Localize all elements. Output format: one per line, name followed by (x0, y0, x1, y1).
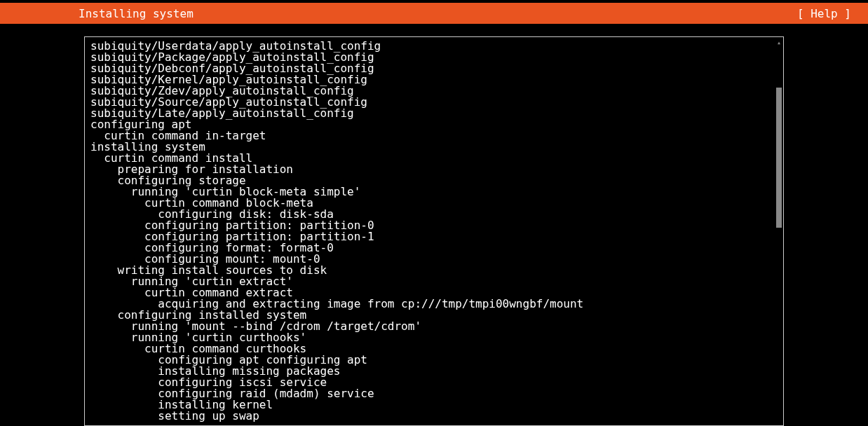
header-bar: Installing system [ Help ] (0, 3, 868, 24)
install-log[interactable]: subiquity/Userdata/apply_autoinstall_con… (85, 37, 783, 425)
install-log-container: subiquity/Userdata/apply_autoinstall_con… (84, 36, 784, 426)
main-area: subiquity/Userdata/apply_autoinstall_con… (0, 24, 868, 426)
scrollbar-thumb[interactable] (776, 88, 782, 228)
help-button[interactable]: [ Help ] (797, 7, 854, 20)
log-line: subiquity/Late/apply_autoinstall_config (90, 108, 778, 119)
log-line: setting up swap (90, 411, 778, 422)
scroll-up-icon[interactable]: ▴ (776, 40, 782, 46)
scrollbar-track[interactable]: ▴ (776, 40, 782, 422)
page-title: Installing system (79, 7, 194, 20)
